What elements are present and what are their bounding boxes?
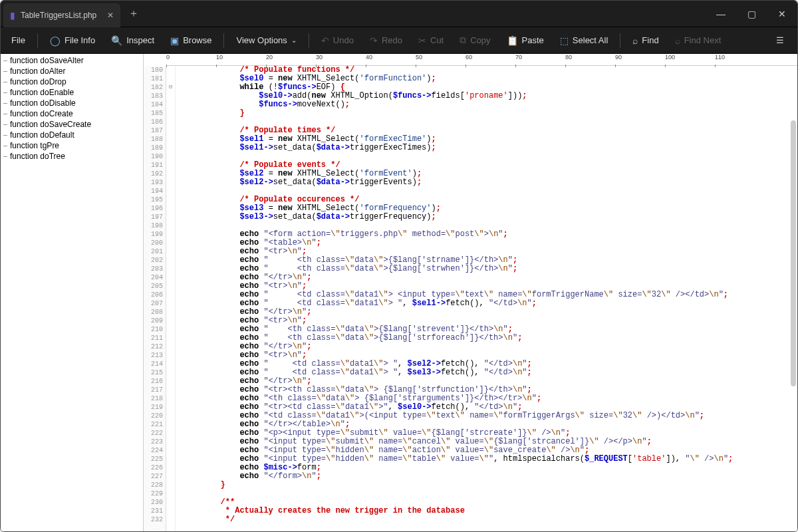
close-tab-icon[interactable]: ✕ [107,11,114,20]
editor-tab[interactable]: ▮ TableTriggersList.php ✕ [3,3,120,27]
select-all-button[interactable]: ⬚Select All [553,33,614,49]
window-controls: — ▢ ✕ [706,1,797,27]
fold-column[interactable]: ⊟ [166,66,176,532]
find-button[interactable]: ⌕Find [626,33,665,49]
file-icon: ▮ [10,10,15,21]
select-all-icon: ⬚ [560,35,569,46]
outline-item[interactable]: function doSaveAlter [1,55,143,66]
undo-button[interactable]: ↶Undo [315,33,360,49]
paste-button[interactable]: 📋Paste [500,33,551,49]
outline-item[interactable]: function doDrop [1,76,143,87]
view-options-menu[interactable]: View Options ⌄ [229,33,303,48]
new-tab-button[interactable]: ＋ [128,7,139,21]
find-next-icon: ⌕ [675,35,680,46]
find-next-button[interactable]: ⌕Find Next [668,33,728,49]
redo-button[interactable]: ↷Redo [363,33,409,49]
main-area: function doSaveAlterfunction doAlterfunc… [1,54,797,532]
outline-item[interactable]: function doDefault [1,130,143,140]
close-window-button[interactable]: ✕ [767,1,797,27]
file-menu[interactable]: File [5,33,32,48]
outline-item[interactable]: function doCreate [1,108,143,119]
outline-item[interactable]: function tgPre [1,140,143,151]
outline-item[interactable]: function doTree [1,151,143,162]
code-content[interactable]: /* Populate functions */ $sel0 = new XHT… [176,66,797,532]
minimize-button[interactable]: — [706,1,736,27]
cut-icon: ✂ [418,35,426,46]
outline-item[interactable]: function doAlter [1,66,143,76]
outline-item[interactable]: function doDisable [1,98,143,108]
inspect-icon: 🔍 [111,35,122,46]
outline-sidebar[interactable]: function doSaveAlterfunction doAlterfunc… [1,54,144,532]
chevron-down-icon: ⌄ [291,37,297,44]
tab-title: TableTriggersList.php [21,11,96,20]
cut-button[interactable]: ✂Cut [412,33,450,49]
ruler: 0102030405060708090100110 [166,54,797,66]
line-gutter: 1801811821831841851861871881891901911921… [144,66,166,532]
copy-icon: ⧉ [460,35,466,46]
code-editor[interactable]: 1801811821831841851861871881891901911921… [144,66,797,532]
info-icon: ◯ [50,35,61,46]
search-icon: ⌕ [632,35,638,46]
outline-item[interactable]: function doSaveCreate [1,119,143,130]
browse-button[interactable]: ▣Browse [164,33,218,49]
toolbar: File ◯File Info 🔍Inspect ▣Browse View Op… [1,27,797,54]
redo-icon: ↷ [370,35,378,46]
paste-icon: 📋 [507,35,518,46]
file-info-button[interactable]: ◯File Info [43,33,102,49]
vertical-scrollbar[interactable] [791,120,796,386]
browse-icon: ▣ [170,35,179,46]
editor-area: 0102030405060708090100110 18018118218318… [144,54,797,532]
undo-icon: ↶ [321,35,329,46]
copy-button[interactable]: ⧉Copy [453,32,497,49]
hamburger-menu[interactable]: ☰ [767,33,793,48]
outline-item[interactable]: function doEnable [1,87,143,98]
title-bar: ▮ TableTriggersList.php ✕ ＋ — ▢ ✕ [1,1,797,27]
inspect-button[interactable]: 🔍Inspect [104,33,161,49]
maximize-button[interactable]: ▢ [736,1,767,27]
